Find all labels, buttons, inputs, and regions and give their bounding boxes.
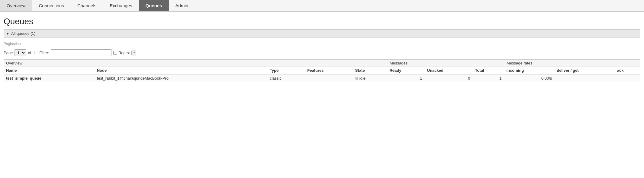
nav-exchanges[interactable]: Exchanges — [103, 0, 139, 11]
page-select[interactable]: 1 — [14, 49, 26, 56]
cell-incoming: 0.00/s — [504, 74, 555, 82]
filter-label: - Filter: — [37, 51, 49, 55]
overview-group-header: Overview — [4, 60, 387, 67]
of-label: of — [28, 51, 31, 55]
col-incoming: incoming — [504, 67, 555, 74]
cell-state: idle — [353, 74, 387, 82]
cell-node: test_rabbit_1@chairuijundeMacBook-Pro — [95, 74, 267, 82]
regex-help-button[interactable]: ? — [131, 51, 136, 55]
total-pages: 1 — [33, 51, 35, 55]
col-features: Features — [305, 67, 353, 74]
col-node: Node — [95, 67, 267, 74]
state-dot-icon — [355, 77, 358, 80]
cell-ready: 1 — [387, 74, 424, 82]
cell-name[interactable]: test_simple_queue — [4, 74, 95, 82]
cell-total: 1 — [472, 74, 504, 82]
state-text: idle — [359, 76, 365, 81]
pagination-section: Pagination Page 1 of 1 - Filter: Regex ? — [4, 42, 640, 56]
nav-overview[interactable]: Overview — [0, 0, 32, 11]
all-queues-section-header[interactable]: ▼ All queues (1) — [4, 29, 640, 38]
messages-group-header: Messages — [387, 60, 504, 67]
table-group-header-row: Overview Messages Message rates — [4, 60, 640, 67]
queues-table: Overview Messages Message rates Name Nod… — [4, 59, 640, 82]
col-ready: Ready — [387, 67, 424, 74]
queues-table-body: test_simple_queue test_rabbit_1@chairuij… — [4, 74, 640, 82]
pagination-controls: Page 1 of 1 - Filter: Regex ? — [4, 49, 640, 56]
nav-connections[interactable]: Connections — [32, 0, 71, 11]
nav-queues[interactable]: Queues — [139, 0, 169, 11]
col-name: Name — [4, 67, 95, 74]
regex-text: Regex — [118, 51, 130, 55]
cell-features — [305, 74, 353, 82]
main-navigation: Overview Connections Channels Exchanges … — [0, 0, 644, 12]
table-column-header-row: Name Node Type Features State Ready Unac… — [4, 67, 640, 74]
nav-admin[interactable]: Admin — [169, 0, 195, 11]
message-rates-group-header: Message rates — [504, 60, 640, 67]
col-type: Type — [267, 67, 305, 74]
regex-checkbox[interactable] — [113, 51, 117, 55]
page-text-label: Page — [4, 51, 13, 55]
page-content: Queues ▼ All queues (1) Pagination Page … — [0, 12, 644, 82]
col-total: Total — [472, 67, 504, 74]
all-queues-label: All queues (1) — [11, 31, 35, 36]
filter-input[interactable] — [51, 49, 111, 56]
cell-unacked: 0 — [425, 74, 473, 82]
regex-label: Regex — [113, 51, 130, 55]
cell-deliver-get — [554, 74, 614, 82]
col-unacked: Unacked — [425, 67, 473, 74]
collapse-arrow-icon: ▼ — [6, 32, 9, 35]
col-ack: ack — [615, 67, 640, 74]
pagination-label: Pagination — [4, 42, 640, 47]
col-deliver-get: deliver / get — [554, 67, 614, 74]
cell-ack — [615, 74, 640, 82]
table-row: test_simple_queue test_rabbit_1@chairuij… — [4, 74, 640, 82]
nav-channels[interactable]: Channels — [71, 0, 103, 11]
page-title: Queues — [4, 17, 640, 26]
col-state: State — [353, 67, 387, 74]
cell-type: classic — [267, 74, 305, 82]
